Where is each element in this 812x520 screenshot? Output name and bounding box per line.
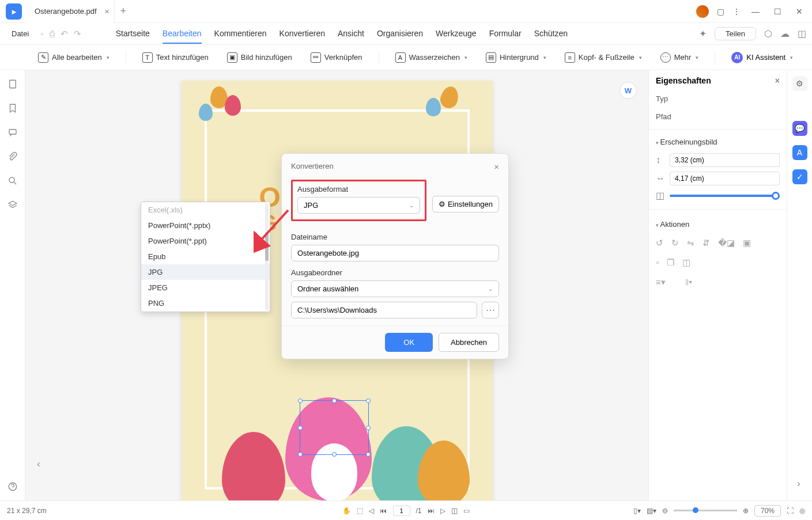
flip-v-icon[interactable]: ⇵ bbox=[703, 238, 710, 248]
kebab-menu-icon[interactable]: ⋮ bbox=[732, 7, 741, 16]
actions-section[interactable]: Aktionen bbox=[649, 215, 787, 233]
more-button[interactable]: ⋯Mehr bbox=[655, 49, 705, 66]
align-icon[interactable]: ≡▾ bbox=[656, 277, 666, 287]
save-icon[interactable]: ▫ bbox=[40, 29, 43, 39]
tab-convert[interactable]: Konvertieren bbox=[280, 24, 325, 44]
header-footer-button[interactable]: ≡Kopf- & Fußzeile bbox=[559, 49, 648, 66]
collapse-left-icon[interactable]: ‹ bbox=[30, 456, 47, 473]
dropdown-item[interactable]: BMP bbox=[141, 311, 270, 312]
ai-translate-icon[interactable]: A bbox=[792, 145, 807, 160]
last-page-icon[interactable]: ⏭ bbox=[428, 507, 435, 515]
print-icon[interactable]: ⎙ bbox=[50, 29, 55, 39]
share-button[interactable]: Teilen bbox=[715, 27, 756, 40]
bookmarks-icon[interactable] bbox=[7, 103, 18, 114]
zoom-out-icon[interactable]: ⊖ bbox=[662, 507, 668, 515]
new-tab-button[interactable]: + bbox=[115, 5, 132, 17]
tab-organize[interactable]: Organisieren bbox=[377, 24, 423, 44]
settings-button[interactable]: ⚙Einstellungen bbox=[432, 196, 499, 212]
overlap-icon[interactable]: ◫ bbox=[682, 257, 690, 268]
collapse-right-icon[interactable]: › bbox=[790, 475, 807, 492]
close-panel-icon[interactable]: × bbox=[775, 76, 780, 85]
comments-icon[interactable] bbox=[7, 127, 18, 138]
folder-path-input[interactable] bbox=[291, 302, 477, 318]
tab-view[interactable]: Ansicht bbox=[338, 24, 364, 44]
folder-select[interactable]: Ordner auswählen⌄ bbox=[291, 280, 499, 297]
tab-comment[interactable]: Kommentieren bbox=[214, 24, 267, 44]
dropdown-item-selected[interactable]: JPG bbox=[141, 264, 270, 280]
tab-protect[interactable]: Schützen bbox=[534, 24, 568, 44]
tab-start[interactable]: Startseite bbox=[116, 24, 150, 44]
height-input[interactable] bbox=[670, 153, 780, 167]
first-page-icon[interactable]: ⏮ bbox=[380, 507, 387, 515]
tab-tools[interactable]: Werkzeuge bbox=[436, 24, 477, 44]
ok-button[interactable]: OK bbox=[385, 333, 433, 352]
dropdown-item[interactable]: PowerPoint(*.pptx) bbox=[141, 218, 270, 233]
appearance-section[interactable]: Erscheinungsbild bbox=[649, 133, 787, 151]
file-menu[interactable]: Datei bbox=[6, 29, 35, 38]
background-button[interactable]: ▤Hintergrund bbox=[480, 49, 552, 66]
hand-tool-icon[interactable]: ✋ bbox=[342, 507, 351, 515]
dialog-close-icon[interactable]: × bbox=[494, 162, 499, 172]
copy-icon[interactable]: ❐ bbox=[667, 257, 674, 268]
layers-icon[interactable] bbox=[7, 199, 18, 211]
add-text-button[interactable]: TText hinzufügen bbox=[137, 49, 214, 66]
rotate-left-icon[interactable]: ↺ bbox=[656, 238, 663, 248]
selection-box[interactable] bbox=[300, 400, 369, 455]
redo-icon[interactable]: ↷ bbox=[74, 29, 81, 39]
settings-rail-icon[interactable]: ⚙ bbox=[792, 76, 807, 91]
dropdown-item[interactable]: PNG bbox=[141, 295, 270, 311]
word-export-badge[interactable]: W bbox=[620, 82, 637, 99]
reading-mode-icon[interactable]: ▭ bbox=[463, 507, 470, 515]
fit-width-icon[interactable]: ▯▾ bbox=[633, 507, 641, 515]
dropdown-item[interactable]: Epub bbox=[141, 249, 270, 264]
thumbnails-icon[interactable] bbox=[7, 78, 18, 90]
next-page-icon[interactable]: ▷ bbox=[440, 507, 445, 515]
share-icon-1[interactable]: ⬡ bbox=[764, 28, 772, 39]
distribute-icon[interactable]: ⦀▾ bbox=[685, 277, 692, 287]
page-number-input[interactable] bbox=[392, 506, 410, 516]
edit-all-button[interactable]: ✎Alle bearbeiten bbox=[32, 49, 115, 66]
width-input[interactable] bbox=[670, 172, 780, 185]
undo-icon[interactable]: ↶ bbox=[61, 29, 68, 39]
zoom-slider[interactable] bbox=[674, 510, 737, 511]
lightbulb-icon[interactable]: ✦ bbox=[699, 28, 707, 39]
add-image-button[interactable]: ▣Bild hinzufügen bbox=[221, 49, 298, 66]
close-window-button[interactable]: ✕ bbox=[792, 7, 806, 16]
tab-form[interactable]: Formular bbox=[489, 24, 522, 44]
fit-page-icon[interactable]: ◎ bbox=[799, 507, 805, 515]
fullscreen-icon[interactable]: ⛶ bbox=[787, 507, 794, 515]
cloud-upload-icon[interactable]: ☁ bbox=[780, 28, 790, 39]
dropdown-item[interactable]: Excel(.xls) bbox=[141, 202, 270, 218]
help-icon[interactable] bbox=[7, 481, 18, 492]
ai-check-icon[interactable]: ✓ bbox=[792, 169, 807, 184]
ai-assistant-button[interactable]: AIKI Assistent bbox=[726, 48, 799, 67]
link-button[interactable]: ⚯Verknüpfen bbox=[305, 49, 368, 66]
replace-icon[interactable]: ▣ bbox=[743, 238, 751, 248]
zoom-in-icon[interactable]: ⊕ bbox=[743, 507, 749, 515]
filename-input[interactable] bbox=[291, 245, 499, 261]
attachments-icon[interactable] bbox=[7, 151, 18, 162]
select-tool-icon[interactable]: ⬚ bbox=[357, 507, 363, 515]
view-mode-icon[interactable]: ▤▾ bbox=[647, 507, 656, 515]
format-select[interactable]: JPG⌄ bbox=[297, 197, 420, 214]
tab-close-icon[interactable]: × bbox=[105, 7, 109, 16]
document-tab[interactable]: Osterangebote.pdf × bbox=[27, 0, 115, 23]
crop-icon[interactable]: �◪ bbox=[718, 238, 735, 248]
watermark-button[interactable]: AWasserzeichen bbox=[390, 49, 473, 66]
flip-h-icon[interactable]: ⇋ bbox=[687, 238, 694, 248]
dropdown-item[interactable]: PowerPoint(*.ppt) bbox=[141, 233, 270, 249]
extract-icon[interactable]: ▫ bbox=[656, 257, 659, 268]
maximize-button[interactable]: ☐ bbox=[771, 7, 784, 16]
prev-page-icon[interactable]: ◁ bbox=[369, 507, 374, 515]
browse-folder-button[interactable]: ⋯ bbox=[482, 302, 499, 318]
search-icon[interactable] bbox=[7, 175, 18, 187]
cancel-button[interactable]: Abbrechen bbox=[439, 333, 499, 352]
tab-edit[interactable]: Bearbeiten bbox=[163, 24, 202, 44]
rotate-right-icon[interactable]: ↻ bbox=[671, 238, 679, 248]
ai-chat-icon[interactable]: 💬 bbox=[792, 121, 807, 136]
zoom-value[interactable]: 70% bbox=[754, 505, 781, 517]
opacity-slider[interactable] bbox=[670, 195, 780, 197]
share-icon-3[interactable]: ◫ bbox=[798, 28, 806, 39]
minimize-button[interactable]: — bbox=[749, 7, 762, 16]
user-avatar[interactable] bbox=[696, 5, 709, 18]
